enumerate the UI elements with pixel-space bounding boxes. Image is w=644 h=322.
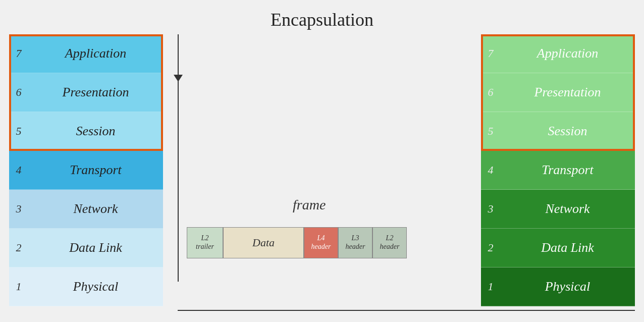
fb-l2trailer-line2: trailer [196,243,214,251]
left-layer-4: 4 Transport [9,151,163,190]
right-layer-1-num: 1 [481,280,500,293]
fb-l3header-line1: L3 [352,234,359,243]
left-osi-stack: 7 Application 6 Presentation 5 Session 4… [9,34,163,306]
right-layer-6-num: 6 [481,86,500,99]
fb-l2trailer-line1: L2 [201,234,209,243]
left-layer-7-label: Application [28,46,163,61]
left-layer-3: 3 Network [9,190,163,229]
left-layer-7: 7 Application [9,34,163,73]
left-layer-5: 5 Session [9,112,163,151]
fb-l3header-line2: header [346,243,365,251]
left-layer-5-label: Session [28,124,163,139]
frame-box-l2trailer: L2 trailer [187,227,223,258]
right-layer-4-num: 4 [481,164,500,177]
right-layer-4: 4 Transport [481,151,635,190]
left-layer-6: 6 Presentation [9,73,163,112]
right-layer-7: 7 Application [481,34,635,73]
right-layer-4-label: Transport [500,163,635,178]
frame-box-l3header: L3 header [338,227,372,258]
fb-l2header-line1: L2 [386,234,394,243]
right-layer-2: 2 Data Link [481,229,635,267]
right-layer-2-label: Data Link [500,240,635,255]
fb-l4header-line2: header [311,243,331,251]
right-layer-2-num: 2 [481,241,500,254]
right-layer-7-num: 7 [481,47,500,60]
fb-data-label: Data [252,236,275,249]
right-layer-1: 1 Physical [481,267,635,306]
right-layer-3-label: Network [500,201,635,217]
frame-box-data: Data [223,227,304,258]
right-layer-5-label: Session [500,124,635,139]
left-layer-1-label: Physical [28,279,163,294]
left-layer-4-num: 4 [9,164,28,177]
arrow-line [178,34,179,282]
right-layer-3: 3 Network [481,190,635,229]
bottom-line [178,310,635,311]
left-layer-1: 1 Physical [9,267,163,306]
left-layer-5-num: 5 [9,125,28,138]
right-layer-5-num: 5 [481,125,500,138]
frame-box-l2header: L2 header [372,227,407,258]
right-layer-5: 5 Session [481,112,635,151]
right-osi-stack: 7 Application 6 Presentation 5 Session 4… [481,34,635,306]
right-layer-7-label: Application [500,46,635,61]
left-layer-3-label: Network [28,201,163,217]
left-layer-3-num: 3 [9,202,28,216]
frame-label: frame [293,197,326,213]
right-layer-1-label: Physical [500,279,635,294]
frame-container: L2 trailer Data L4 header L3 header L2 h… [187,227,407,258]
fb-l4header-line1: L4 [317,234,325,243]
frame-box-l4header: L4 header [304,227,338,258]
fb-l2header-line2: header [380,243,400,251]
left-layer-2-num: 2 [9,241,28,254]
right-layer-6-label: Presentation [500,85,635,100]
left-layer-6-label: Presentation [28,85,163,100]
left-layer-7-num: 7 [9,47,28,60]
arrow-head [174,75,183,82]
left-layer-6-num: 6 [9,86,28,99]
page-title: Encapsulation [0,9,644,30]
left-layer-2-label: Data Link [28,240,163,255]
left-layer-4-label: Transport [28,163,163,178]
right-layer-3-num: 3 [481,202,500,216]
left-layer-2: 2 Data Link [9,229,163,267]
right-layer-6: 6 Presentation [481,73,635,112]
left-layer-1-num: 1 [9,280,28,293]
